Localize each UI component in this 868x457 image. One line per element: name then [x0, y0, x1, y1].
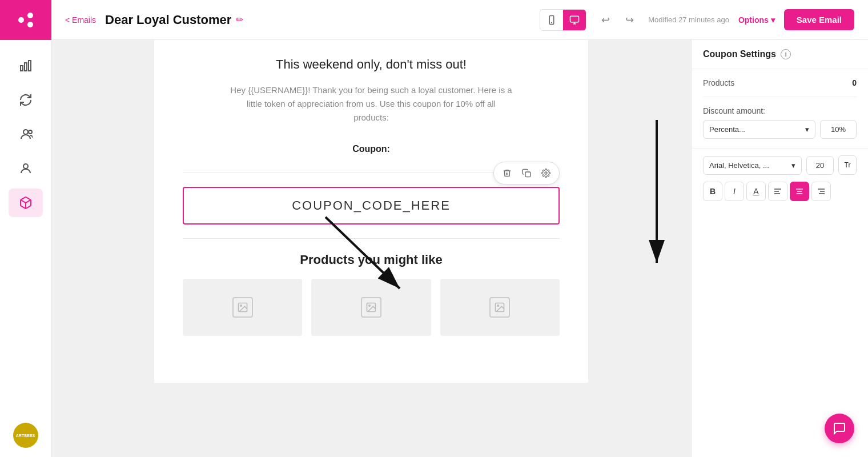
svg-rect-15	[525, 172, 531, 177]
page-header: < Emails Dear Loyal Customer ✏ ↩ ↪ Modif…	[51, 0, 868, 40]
coupon-settings-panel: Coupon Settings i Products 0 Discount am…	[691, 40, 868, 457]
chat-bubble-button[interactable]	[825, 414, 854, 443]
back-to-emails-link[interactable]: < Emails	[65, 15, 96, 25]
product-image-placeholder-1	[232, 297, 253, 318]
panel-divider	[703, 97, 857, 97]
font-size-input[interactable]: 20	[806, 156, 834, 175]
undo-button[interactable]: ↩	[596, 10, 615, 30]
products-value: 0	[852, 78, 857, 87]
settings-coupon-button[interactable]	[537, 165, 554, 182]
coupon-section[interactable]: COUPON_CODE_HERE	[183, 187, 560, 225]
panel-body: Products 0 Discount amount: Percenta... …	[692, 69, 868, 148]
products-section: Products you might like	[154, 252, 588, 347]
content-area: This weekend only, don't miss out! Hey {…	[51, 40, 868, 457]
product-card-3	[440, 279, 560, 336]
sidebar-bottom: ARTBEES	[13, 414, 38, 457]
user-avatar[interactable]: ARTBEES	[13, 423, 38, 448]
sidebar-item-package[interactable]	[9, 189, 43, 217]
text-transform-button[interactable]: Tr	[838, 155, 857, 175]
svg-rect-12	[570, 16, 579, 22]
logo-button[interactable]	[0, 0, 51, 40]
products-label: Products	[703, 78, 734, 87]
panel-title-row: Coupon Settings i	[692, 40, 868, 69]
font-family-row: Arial, Helvetica, ... ▾ 20 Tr	[703, 155, 857, 175]
discount-type-dropdown[interactable]: Percenta... ▾	[703, 120, 815, 139]
format-buttons: B I A	[703, 182, 857, 201]
panel-title: Coupon Settings	[703, 49, 776, 59]
modified-timestamp: Modified 27 minutes ago	[648, 15, 729, 24]
redo-button[interactable]: ↪	[620, 10, 639, 30]
save-email-button[interactable]: Save Email	[784, 9, 854, 30]
svg-point-0	[18, 17, 24, 23]
svg-point-22	[497, 305, 499, 307]
svg-rect-3	[21, 66, 23, 71]
desktop-view-button[interactable]	[563, 10, 586, 30]
main-area: < Emails Dear Loyal Customer ✏ ↩ ↪ Modif…	[51, 0, 868, 457]
svg-rect-4	[25, 63, 27, 71]
sidebar-item-contacts[interactable]	[9, 120, 43, 149]
sidebar-item-user[interactable]	[9, 154, 43, 183]
delete-coupon-button[interactable]	[499, 165, 516, 182]
email-headline-section: This weekend only, don't miss out! Hey {…	[154, 40, 588, 130]
svg-point-2	[27, 22, 33, 27]
coupon-code-display[interactable]: COUPON_CODE_HERE	[183, 187, 560, 225]
title-group: Dear Loyal Customer ✏	[105, 13, 243, 27]
sidebar-item-analytics[interactable]	[9, 51, 43, 80]
duplicate-coupon-button[interactable]	[518, 165, 535, 182]
svg-point-7	[29, 130, 32, 134]
product-card-1	[183, 279, 302, 336]
product-image-placeholder-3	[489, 297, 510, 318]
svg-point-16	[545, 172, 547, 174]
edit-title-icon[interactable]: ✏	[236, 14, 243, 25]
align-center-button[interactable]	[790, 182, 809, 201]
align-right-button[interactable]	[811, 182, 831, 201]
align-left-button[interactable]	[768, 182, 787, 201]
sidebar-item-refresh[interactable]	[9, 86, 43, 114]
bold-button[interactable]: B	[703, 182, 722, 201]
italic-button[interactable]: I	[725, 182, 744, 201]
email-body-text: Hey {{USERNAME}}! Thank you for being su…	[183, 83, 560, 125]
panel-info-icon[interactable]: i	[781, 49, 791, 59]
product-image-placeholder-2	[361, 297, 381, 318]
svg-point-8	[23, 164, 28, 169]
discount-label: Discount amount:	[703, 106, 857, 115]
products-section-title: Products you might like	[183, 252, 560, 267]
coupon-label: Coupon:	[154, 130, 588, 159]
page-title: Dear Loyal Customer	[105, 13, 231, 27]
email-canvas[interactable]: This weekend only, don't miss out! Hey {…	[51, 40, 691, 457]
product-card-2	[311, 279, 431, 336]
undo-redo-group: ↩ ↪	[596, 10, 639, 30]
email-headline: This weekend only, don't miss out!	[183, 57, 560, 72]
svg-point-18	[240, 305, 242, 307]
options-button[interactable]: Options ▾	[738, 15, 775, 25]
sidebar-nav	[9, 40, 43, 414]
coupon-toolbar	[493, 162, 560, 185]
products-grid	[183, 279, 560, 336]
svg-point-6	[23, 130, 28, 134]
svg-point-1	[27, 13, 33, 18]
svg-rect-5	[29, 61, 31, 71]
font-toolbar: Arial, Helvetica, ... ▾ 20 Tr B I A	[692, 148, 868, 208]
products-row: Products 0	[703, 78, 857, 87]
discount-controls: Percenta... ▾ 10%	[703, 120, 857, 139]
svg-point-20	[369, 305, 371, 307]
divider-bottom	[183, 238, 560, 239]
view-toggle-group	[540, 9, 586, 31]
mobile-view-button[interactable]	[540, 10, 563, 30]
sidebar: ARTBEES	[0, 0, 51, 457]
email-body: This weekend only, don't miss out! Hey {…	[154, 40, 588, 383]
font-family-dropdown[interactable]: Arial, Helvetica, ... ▾	[703, 156, 802, 175]
discount-value-input[interactable]: 10%	[820, 120, 857, 139]
underline-button[interactable]: A	[746, 182, 766, 201]
